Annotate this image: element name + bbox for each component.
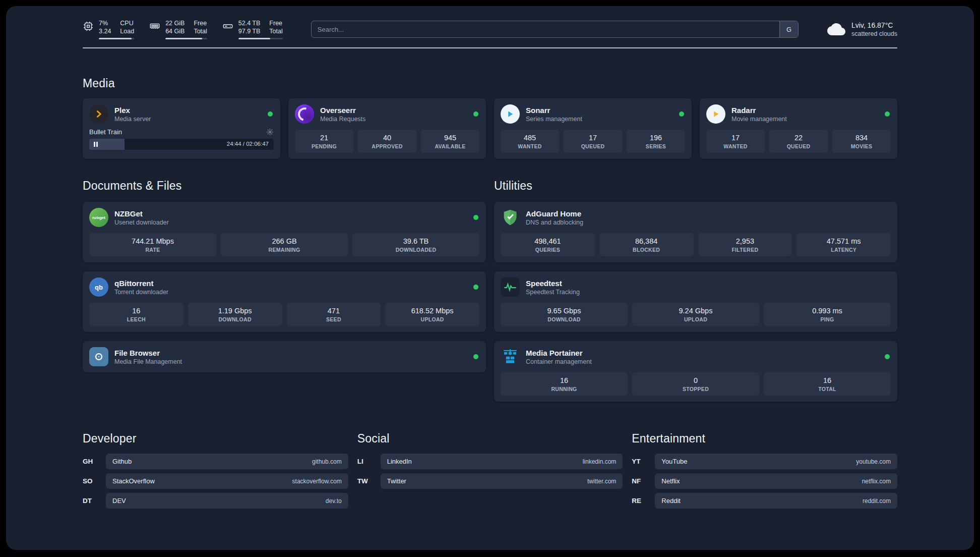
service-subtitle: Media File Management <box>114 358 182 365</box>
bookmark-url: reddit.com <box>863 497 891 505</box>
card-sonarr[interactable]: Sonarr Series management 485 WANTED 17 Q… <box>494 98 692 159</box>
stat-box: 16 RUNNING <box>501 372 628 396</box>
stat-value: 9.65 Gbps <box>502 307 627 315</box>
service-name: Overseerr <box>320 106 365 115</box>
gear-icon[interactable] <box>266 128 274 136</box>
bookmark-url: stackoverflow.com <box>292 478 342 485</box>
bookmark-name: DEV <box>112 497 126 505</box>
stat-label: RUNNING <box>502 386 627 392</box>
stat-label: TOTAL <box>765 386 890 392</box>
service-subtitle: Series management <box>526 116 582 123</box>
ram-label-bottom: Total <box>194 27 207 35</box>
stat-label: STOPPED <box>633 386 758 392</box>
service-name: AdGuard Home <box>526 209 583 218</box>
playback-progress[interactable]: 24:44 / 02:06:47 <box>89 139 274 150</box>
bookmark-youtube[interactable]: YT YouTube youtube.com <box>632 454 897 469</box>
card-overseerr[interactable]: Overseerr Media Requests 21 PENDING 40 A… <box>288 98 486 159</box>
card-qbittorrent[interactable]: qb qBittorrent Torrent downloader 16 LEE… <box>83 271 486 332</box>
pause-icon[interactable] <box>94 142 95 147</box>
stat-value: 21 <box>296 134 352 142</box>
section-title-social: Social <box>357 432 623 445</box>
ram-free-value: 22 GiB <box>165 19 185 27</box>
stat-box: 21 PENDING <box>295 130 353 153</box>
stat-value: 17 <box>707 134 764 142</box>
card-adguard[interactable]: AdGuard Home DNS and adblocking 498,461 … <box>494 202 897 262</box>
search-bar[interactable]: G <box>311 21 799 38</box>
bookmark-netflix[interactable]: NF Netflix netflix.com <box>632 473 897 489</box>
stat-label: UPLOAD <box>633 316 758 322</box>
stat-value: 22 <box>770 134 827 142</box>
stat-value: 485 <box>502 134 558 142</box>
stat-value: 266 GB <box>222 237 347 245</box>
disk-progress-bar <box>238 38 283 39</box>
disk-metric: 52.4 TB Free 97.9 TB Total <box>222 19 283 39</box>
bookmark-github[interactable]: GH Github github.com <box>83 454 348 469</box>
bookmark-stackoverflow[interactable]: SO StackOverflow stackoverflow.com <box>83 473 348 489</box>
search-shortcut-key[interactable]: G <box>779 21 798 37</box>
stat-box: 0 STOPPED <box>632 372 759 396</box>
stat-value: 471 <box>288 307 380 315</box>
stat-label: MOVIES <box>833 143 890 149</box>
weather-widget: Lviv, 16.87°C scattered clouds <box>827 21 897 37</box>
status-indicator <box>473 215 478 220</box>
stat-label: LEECH <box>90 316 182 322</box>
qbittorrent-icon-text: qb <box>95 284 103 291</box>
stat-value: 47.571 ms <box>798 237 890 245</box>
stat-label: QUEUED <box>770 143 827 149</box>
service-name: NZBGet <box>114 209 169 218</box>
status-indicator <box>473 112 478 117</box>
ram-icon <box>149 21 160 32</box>
bookmark-abbr: GH <box>83 458 106 465</box>
bookmark-linkedin[interactable]: LI LinkedIn linkedin.com <box>357 454 623 469</box>
overseerr-icon <box>295 104 314 124</box>
adguard-icon <box>501 208 520 227</box>
cpu-metric: 7% CPU 3.24 Load <box>83 19 134 39</box>
stat-box: 266 GB REMAINING <box>221 233 348 256</box>
nzbget-icon: nzbget <box>89 208 108 227</box>
ram-progress-bar <box>165 38 207 39</box>
qbittorrent-icon: qb <box>89 277 108 297</box>
card-radarr[interactable]: Radarr Movie management 17 WANTED 22 QUE… <box>700 98 897 159</box>
stat-box: 86,384 BLOCKED <box>599 233 694 256</box>
cpu-label-top: CPU <box>120 19 134 27</box>
bookmark-url: linkedin.com <box>583 458 617 465</box>
stat-box: 39.6 TB DOWNLOADED <box>352 233 479 256</box>
stat-value: 17 <box>565 134 621 142</box>
bookmark-dev[interactable]: DT DEV dev.to <box>83 493 348 509</box>
bookmark-twitter[interactable]: TW Twitter twitter.com <box>357 473 623 489</box>
disk-label-bottom: Total <box>269 27 282 35</box>
stat-box: 744.21 Mbps RATE <box>89 233 216 256</box>
bookmark-group-social: Social LI LinkedIn linkedin.com TW Twitt… <box>357 432 623 513</box>
stat-value: 39.6 TB <box>353 237 478 245</box>
disk-free-value: 52.4 TB <box>238 19 261 27</box>
stat-label: PENDING <box>296 143 352 149</box>
filebrowser-icon <box>89 347 108 366</box>
media-player: Bullet Train 24:44 / 02:06:47 <box>89 128 274 150</box>
card-nzbget[interactable]: nzbget NZBGet Usenet downloader 744.21 M… <box>83 202 486 262</box>
stat-box: 40 APPROVED <box>358 130 416 153</box>
search-input[interactable] <box>312 26 779 33</box>
service-subtitle: Usenet downloader <box>114 219 169 226</box>
bookmark-abbr: NF <box>632 477 655 485</box>
bookmark-reddit[interactable]: RE Reddit reddit.com <box>632 493 897 509</box>
service-subtitle: Media Requests <box>320 116 365 123</box>
stat-box: 16 TOTAL <box>764 372 891 396</box>
bookmark-url: github.com <box>312 458 342 465</box>
card-filebrowser[interactable]: File Browser Media File Management <box>83 341 486 372</box>
speedtest-icon <box>501 277 520 297</box>
stat-label: DOWNLOADED <box>353 247 478 253</box>
card-speedtest[interactable]: Speedtest Speedtest Tracking 9.65 Gbps D… <box>494 271 897 332</box>
dashboard-panel: 7% CPU 3.24 Load 22 GiB Free 64 GiB T <box>6 6 974 550</box>
card-portainer[interactable]: Media Portainer Container management 16 … <box>494 341 897 402</box>
card-plex[interactable]: Plex Media server Bullet Train <box>83 98 280 159</box>
stat-box: 16 LEECH <box>89 303 183 326</box>
cpu-progress-bar <box>99 38 134 39</box>
bookmark-abbr: RE <box>632 497 655 505</box>
stat-label: AVAILABLE <box>422 143 478 149</box>
bookmark-abbr: YT <box>632 458 655 465</box>
bookmark-name: LinkedIn <box>387 458 412 465</box>
status-indicator <box>268 112 273 117</box>
stat-box: 9.24 Gbps UPLOAD <box>632 303 759 326</box>
stat-box: 9.65 Gbps DOWNLOAD <box>501 303 628 326</box>
cpu-label-bottom: Load <box>120 27 134 35</box>
